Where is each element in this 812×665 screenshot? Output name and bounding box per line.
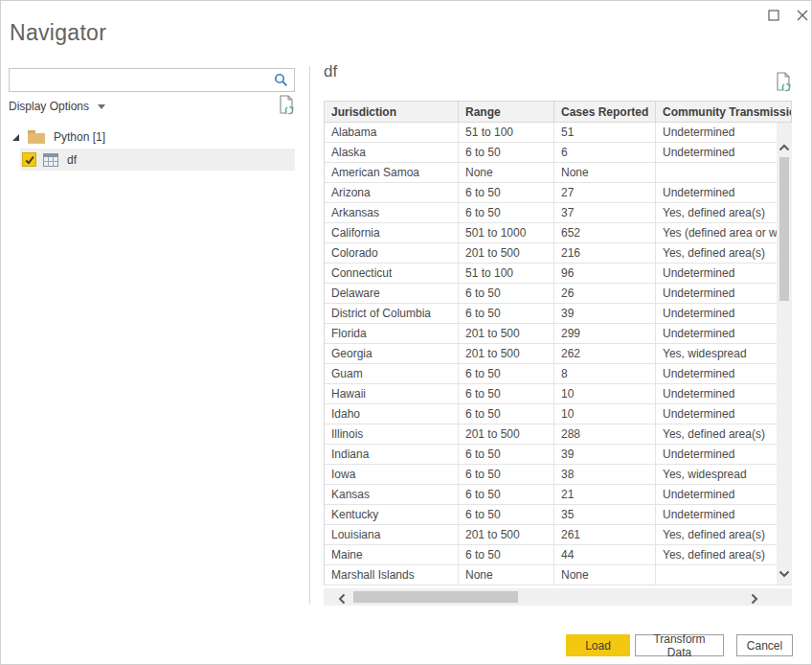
cell-range: 201 to 500 xyxy=(459,424,554,444)
cell-community-transmission: Undetermined xyxy=(656,143,792,162)
close-button[interactable] xyxy=(790,5,812,26)
cell-cases-reported: 44 xyxy=(554,545,656,564)
cell-range: 51 to 100 xyxy=(459,123,554,142)
table-row: Marshall Islands None None xyxy=(325,565,792,585)
cell-cases-reported: 261 xyxy=(554,525,656,544)
table-row: Delaware 6 to 50 26 Undetermined xyxy=(325,284,792,304)
cell-jurisdiction: Idaho xyxy=(325,404,459,424)
table-row: Alaska 6 to 50 6 Undetermined xyxy=(325,143,792,163)
checkmark-icon xyxy=(24,154,35,166)
column-header-range: Range xyxy=(459,102,554,123)
cell-range: 201 to 500 xyxy=(459,525,554,544)
cell-jurisdiction: American Samoa xyxy=(325,163,459,182)
cell-cases-reported: 21 xyxy=(554,485,656,504)
cell-cases-reported: 652 xyxy=(554,223,656,242)
cell-range: None xyxy=(459,163,554,182)
scroll-left-icon[interactable] xyxy=(338,591,346,608)
cell-cases-reported: 39 xyxy=(554,304,656,323)
table-row: American Samoa None None xyxy=(325,163,792,183)
search-input[interactable] xyxy=(13,70,276,92)
table-row: Arizona 6 to 50 27 Undetermined xyxy=(325,183,792,203)
table-row: Kentucky 6 to 50 35 Undetermined xyxy=(325,505,792,525)
cell-jurisdiction: Delaware xyxy=(325,284,459,303)
column-header-jurisdiction: Jurisdiction xyxy=(325,102,459,123)
display-options-dropdown[interactable]: Display Options xyxy=(9,100,105,113)
tree-node-df-label: df xyxy=(67,153,77,167)
cell-cases-reported: 262 xyxy=(554,344,656,363)
table-row: Louisiana 201 to 500 261 Yes, defined ar… xyxy=(325,525,792,545)
cell-jurisdiction: Indiana xyxy=(325,445,459,464)
cancel-button[interactable]: Cancel xyxy=(736,634,793,656)
cell-cases-reported: 10 xyxy=(554,404,656,424)
cell-cases-reported: 51 xyxy=(554,123,656,142)
cell-cases-reported: None xyxy=(554,163,656,182)
refresh-preview-icon[interactable] xyxy=(775,72,792,97)
cell-jurisdiction: Iowa xyxy=(325,465,459,484)
cell-cases-reported: 37 xyxy=(554,203,656,222)
cell-jurisdiction: District of Columbia xyxy=(325,304,459,323)
cell-community-transmission: Undetermined xyxy=(656,445,792,464)
cell-community-transmission: Undetermined xyxy=(656,485,792,504)
table-row: Florida 201 to 500 299 Undetermined xyxy=(325,324,792,344)
vertical-scroll-thumb[interactable] xyxy=(779,157,789,301)
transform-data-button[interactable]: Transform Data xyxy=(635,634,724,656)
cell-cases-reported: 96 xyxy=(554,264,656,283)
search-icon[interactable] xyxy=(274,73,288,91)
display-options-label: Display Options xyxy=(9,100,89,113)
scroll-up-icon[interactable] xyxy=(778,138,790,155)
cell-jurisdiction: Florida xyxy=(325,324,459,343)
cell-cases-reported: 26 xyxy=(554,284,656,303)
table-row: Maine 6 to 50 44 Yes, defined area(s) xyxy=(325,545,792,565)
horizontal-scroll-thumb[interactable] xyxy=(353,591,518,603)
scroll-right-icon[interactable] xyxy=(751,591,758,608)
cell-jurisdiction: Hawaii xyxy=(325,384,459,403)
cell-community-transmission: Yes, defined area(s) xyxy=(656,545,792,564)
panel-divider xyxy=(309,66,310,605)
folder-icon xyxy=(28,130,45,144)
cell-range: 6 to 50 xyxy=(459,384,554,403)
load-button[interactable]: Load xyxy=(566,634,630,656)
cell-range: 6 to 50 xyxy=(459,284,554,303)
cell-community-transmission: Yes, defined area(s) xyxy=(656,243,792,263)
scroll-down-icon[interactable] xyxy=(778,564,790,582)
cell-community-transmission: Yes, defined area(s) xyxy=(656,203,792,222)
cell-community-transmission: Undetermined xyxy=(656,505,792,524)
table-row: Arkansas 6 to 50 37 Yes, defined area(s) xyxy=(325,203,792,223)
preview-title: df xyxy=(324,62,337,81)
tree-node-df[interactable]: df xyxy=(20,149,295,171)
cell-range: 201 to 500 xyxy=(459,344,554,363)
table-body: Alabama 51 to 100 51 Undetermined Alaska… xyxy=(325,123,792,585)
cell-community-transmission: Undetermined xyxy=(656,304,792,323)
cell-community-transmission: Yes, widespread xyxy=(656,465,792,484)
cell-community-transmission: Undetermined xyxy=(656,264,792,283)
maximize-button[interactable] xyxy=(761,5,786,26)
table-icon xyxy=(43,153,58,167)
tree-node-python[interactable]: Python [1] xyxy=(11,126,105,148)
cell-jurisdiction: Kansas xyxy=(325,485,459,504)
vertical-scrollbar[interactable] xyxy=(777,123,792,585)
cell-jurisdiction: Arizona xyxy=(325,183,459,202)
table-row: Kansas 6 to 50 21 Undetermined xyxy=(325,485,792,505)
df-checkbox[interactable] xyxy=(22,152,36,167)
cell-range: 6 to 50 xyxy=(459,485,554,504)
table-row: District of Columbia 6 to 50 39 Undeterm… xyxy=(325,304,792,324)
table-row: Hawaii 6 to 50 10 Undetermined xyxy=(325,384,792,404)
cell-community-transmission: Undetermined xyxy=(656,364,792,383)
horizontal-scrollbar[interactable] xyxy=(324,588,792,606)
expand-collapse-icon[interactable] xyxy=(11,132,20,142)
cell-cases-reported: 288 xyxy=(554,424,656,444)
cell-range: 201 to 500 xyxy=(459,243,554,263)
cell-community-transmission: Undetermined xyxy=(656,404,792,424)
cell-range: 6 to 50 xyxy=(459,304,554,323)
cell-jurisdiction: Guam xyxy=(325,364,459,383)
cell-range: 6 to 50 xyxy=(459,143,554,162)
cell-range: 6 to 50 xyxy=(459,465,554,484)
cell-range: 6 to 50 xyxy=(459,445,554,464)
cell-community-transmission: Yes, defined area(s) xyxy=(656,424,792,444)
cell-jurisdiction: Arkansas xyxy=(325,203,459,222)
cell-jurisdiction: Alabama xyxy=(325,123,459,142)
refresh-tree-icon[interactable] xyxy=(278,95,295,120)
cell-cases-reported: 10 xyxy=(554,384,656,403)
cell-range: 6 to 50 xyxy=(459,404,554,424)
table-row: Alabama 51 to 100 51 Undetermined xyxy=(325,123,792,143)
